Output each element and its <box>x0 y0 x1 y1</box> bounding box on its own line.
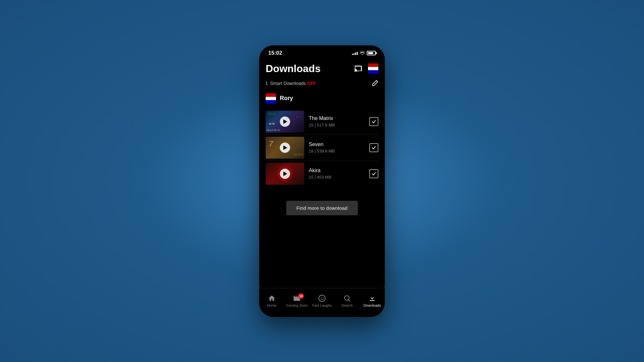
play-button[interactable] <box>266 137 304 159</box>
play-button[interactable] <box>266 163 304 185</box>
movie-title: Seven <box>309 142 365 147</box>
movie-meta: 15 | 517.9 MB <box>309 123 365 127</box>
list-item[interactable]: 7 SE7EN Seven 18 | 539.8 MB <box>259 135 385 161</box>
movie-info: The Matrix 15 | 517.9 MB <box>309 116 365 127</box>
find-more-button[interactable]: Find more to download <box>286 201 358 215</box>
profile-button[interactable] <box>368 63 378 74</box>
signal-icon <box>352 51 358 55</box>
find-more-section: Find more to download <box>259 188 385 222</box>
nav-label-home: Home <box>267 303 276 307</box>
movie-thumbnail: 01010 10110 👓 MATRIX <box>266 111 304 133</box>
movie-info: Seven 18 | 539.8 MB <box>309 142 365 153</box>
movie-select-checkbox[interactable] <box>369 143 378 152</box>
status-bar: 15:02 <box>259 45 385 59</box>
list-item[interactable]: 01010 10110 👓 MATRIX The Matrix 15 | 517… <box>259 109 385 135</box>
smart-downloads-status: OFF <box>307 81 316 86</box>
movie-select-checkbox[interactable] <box>369 117 378 126</box>
sidebar-item-downloads[interactable]: Downloads <box>360 294 385 307</box>
bottom-nav: Home 10 Coming Soon Fast Laughs Search <box>259 288 385 317</box>
movie-select-checkbox[interactable] <box>369 169 378 178</box>
screen-content: Downloads ℹ Smart Downloads <box>259 59 385 285</box>
header-actions <box>355 63 378 74</box>
svg-point-3 <box>323 297 323 298</box>
svg-line-5 <box>349 300 350 302</box>
movie-thumbnail: 7 SE7EN <box>266 137 304 159</box>
sidebar-item-fast-laughs[interactable]: Fast Laughs <box>309 294 335 307</box>
svg-point-2 <box>321 297 321 298</box>
status-time: 15:02 <box>268 50 282 56</box>
page-header: Downloads <box>259 59 385 77</box>
sidebar-item-home[interactable]: Home <box>259 294 284 307</box>
svg-point-1 <box>319 295 325 302</box>
profile-section: Rory <box>259 89 385 107</box>
nav-label-downloads: Downloads <box>364 303 381 307</box>
cast-button[interactable] <box>355 65 363 72</box>
wifi-icon <box>360 51 365 56</box>
nav-label-coming-soon: Coming Soon <box>286 303 308 307</box>
movie-meta: 15 | 453 MB <box>309 175 365 180</box>
nav-label-search: Search <box>342 303 353 307</box>
movie-meta: 18 | 539.8 MB <box>309 149 365 153</box>
smart-downloads-left: ℹ Smart Downloads OFF <box>266 80 316 86</box>
movie-info: Akira 15 | 453 MB <box>309 168 365 180</box>
smart-downloads-bar: ℹ Smart Downloads OFF <box>259 77 385 89</box>
svg-rect-0 <box>355 66 362 71</box>
profile-name: Rory <box>280 95 293 102</box>
page-title: Downloads <box>266 63 321 75</box>
status-icons <box>352 51 376 56</box>
svg-rect-6 <box>370 300 374 301</box>
smart-downloads-label: Smart Downloads OFF <box>270 81 316 86</box>
info-icon[interactable]: ℹ <box>266 80 268 86</box>
avatar <box>266 93 276 104</box>
phone-frame: 15:02 Downloads <box>259 45 385 317</box>
nav-label-fast-laughs: Fast Laughs <box>312 303 332 307</box>
movie-list: 01010 10110 👓 MATRIX The Matrix 15 | 517… <box>259 107 385 188</box>
movie-thumbnail: AKIRA <box>266 163 304 185</box>
movie-title: Akira <box>309 168 365 173</box>
movie-title: The Matrix <box>309 116 365 121</box>
profile-flag-icon <box>368 63 378 74</box>
sidebar-item-search[interactable]: Search <box>335 294 360 307</box>
coming-soon-badge: 10 <box>298 293 304 299</box>
battery-icon <box>367 51 376 55</box>
list-item[interactable]: AKIRA Akira 15 | 453 MB <box>259 161 385 187</box>
edit-button[interactable] <box>371 80 378 87</box>
sidebar-item-coming-soon[interactable]: 10 Coming Soon <box>284 294 309 307</box>
